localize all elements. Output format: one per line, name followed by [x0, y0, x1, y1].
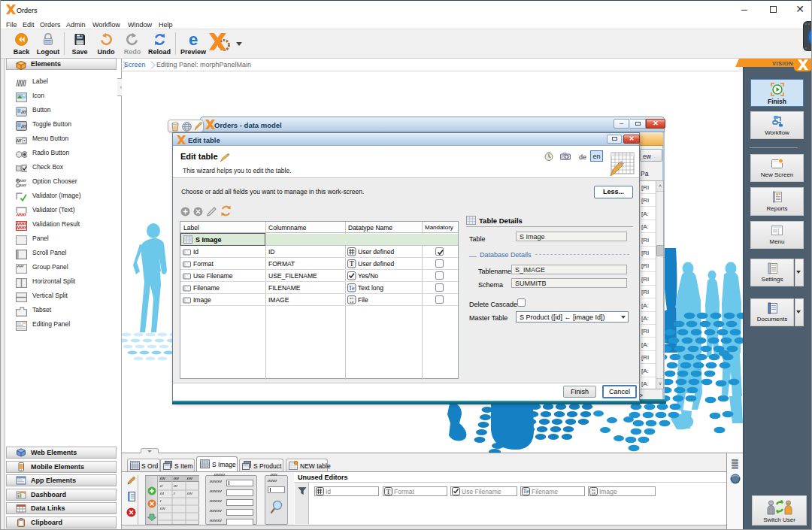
svg-text:T: T: [386, 488, 391, 495]
svg-text:e: e: [189, 32, 198, 48]
svg-text:T: T: [350, 259, 354, 268]
svg-text:10: 10: [592, 492, 595, 495]
svg-text:10: 10: [350, 300, 354, 304]
svg-text:Te: Te: [349, 285, 355, 292]
svg-text:Te: Te: [523, 488, 529, 495]
